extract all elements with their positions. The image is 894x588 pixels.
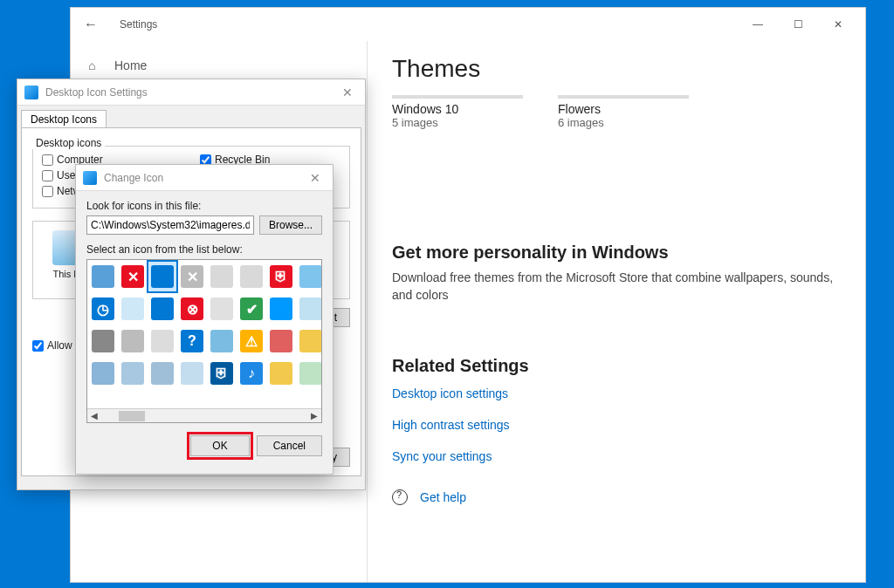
ci-footer: OK Cancel <box>86 435 322 456</box>
dis-title-icon <box>24 85 38 99</box>
ci-path-row: Browse... <box>86 215 322 235</box>
ci-title: Change Icon <box>104 172 305 184</box>
icon-grid-wrap: ✕✕⛨◷⊗✔?⚠⛨♪ ◀ ▶ <box>86 259 322 423</box>
dis-titlebar: Desktop Icon Settings ✕ <box>17 79 365 106</box>
icon-option[interactable]: ✕ <box>119 262 147 291</box>
icon-option[interactable] <box>148 294 176 324</box>
dis-title: Desktop Icon Settings <box>45 86 337 99</box>
browse-button[interactable]: Browse... <box>259 215 322 235</box>
icon-option[interactable] <box>148 359 176 388</box>
theme-name: Flowers <box>558 102 689 116</box>
ci-select-label: Select an icon from the list below: <box>86 243 322 256</box>
sidebar-item-home[interactable]: ⌂ Home <box>71 53 367 78</box>
icon-option[interactable] <box>297 359 322 388</box>
section-more-text: Download free themes from the Microsoft … <box>392 270 841 304</box>
icon-option[interactable]: ⛨ <box>208 359 236 388</box>
icon-option[interactable]: ◷ <box>89 294 117 324</box>
icon-option[interactable] <box>148 326 176 356</box>
settings-titlebar: ← Settings — ☐ ✕ <box>71 8 865 41</box>
home-icon: ⌂ <box>88 58 104 72</box>
close-button[interactable]: ✕ <box>818 11 858 38</box>
theme-sub: 5 images <box>392 116 523 129</box>
icon-option[interactable] <box>297 262 322 291</box>
window-controls: — ☐ ✕ <box>738 11 858 38</box>
icon-option[interactable] <box>178 359 206 388</box>
theme-item-windows10[interactable]: Windows 10 5 images <box>392 95 523 129</box>
link-high-contrast[interactable]: High contrast settings <box>392 418 841 432</box>
link-desktop-icon-settings[interactable]: Desktop icon settings <box>392 386 841 400</box>
dis-group-label: Desktop icons <box>32 137 105 149</box>
icon-option[interactable] <box>297 326 322 356</box>
help-link[interactable]: Get help <box>420 490 466 504</box>
scroll-left-icon[interactable]: ◀ <box>87 411 101 420</box>
page-title: Themes <box>392 55 841 83</box>
icon-option[interactable] <box>89 262 117 291</box>
theme-name: Windows 10 <box>392 102 523 116</box>
icon-grid: ✕✕⛨◷⊗✔?⚠⛨♪ <box>87 260 321 392</box>
icon-scrollbar[interactable]: ◀ ▶ <box>87 408 321 422</box>
checkbox-user[interactable] <box>42 170 53 181</box>
section-more-heading: Get more personality in Windows <box>392 243 841 263</box>
icon-option[interactable]: ⛨ <box>267 262 295 291</box>
icon-option[interactable]: ⊗ <box>178 294 206 324</box>
help-icon <box>392 489 408 505</box>
tab-desktop-icons[interactable]: Desktop Icons <box>21 110 107 128</box>
icon-option[interactable] <box>208 294 236 324</box>
checkbox-allow-themes[interactable] <box>32 340 44 352</box>
icon-option[interactable] <box>148 262 176 291</box>
ci-ok-button[interactable]: OK <box>190 435 249 456</box>
icon-option[interactable] <box>297 294 322 324</box>
icon-option[interactable] <box>119 294 147 324</box>
icon-option[interactable] <box>208 262 236 291</box>
theme-thumb <box>558 95 689 99</box>
scroll-track[interactable] <box>101 410 307 422</box>
icon-option[interactable] <box>267 294 295 324</box>
maximize-button[interactable]: ☐ <box>778 11 818 38</box>
dis-close-button[interactable]: ✕ <box>337 85 358 99</box>
ci-titlebar: Change Icon ✕ <box>76 165 333 191</box>
icon-option[interactable]: ✔ <box>237 294 265 324</box>
icon-path-input[interactable] <box>86 215 254 235</box>
icon-option[interactable] <box>89 359 117 388</box>
link-sync-settings[interactable]: Sync your settings <box>392 449 841 463</box>
theme-item-flowers[interactable]: Flowers 6 images <box>558 95 689 129</box>
scroll-thumb[interactable] <box>119 411 145 421</box>
ci-look-label: Look for icons in this file: <box>86 200 322 212</box>
ci-body: Look for icons in this file: Browse... S… <box>76 191 333 465</box>
theme-sub: 6 images <box>558 116 689 129</box>
icon-option[interactable] <box>89 326 117 356</box>
settings-main: Themes Windows 10 5 images Flowers 6 ima… <box>368 41 865 582</box>
icon-option[interactable] <box>119 326 147 356</box>
checkbox-network[interactable] <box>42 186 53 197</box>
minimize-button[interactable]: — <box>738 11 778 38</box>
scroll-right-icon[interactable]: ▶ <box>307 411 321 420</box>
icon-option[interactable] <box>267 326 295 356</box>
icon-option[interactable]: ⚠ <box>237 326 265 356</box>
icon-option[interactable] <box>208 326 236 356</box>
checkbox-computer[interactable] <box>42 154 53 166</box>
change-icon-dialog: Change Icon ✕ Look for icons in this fil… <box>75 164 334 475</box>
back-button[interactable]: ← <box>78 17 104 32</box>
icon-option[interactable]: ? <box>178 326 206 356</box>
theme-thumb <box>392 95 523 99</box>
theme-row: Windows 10 5 images Flowers 6 images <box>392 95 841 129</box>
help-row[interactable]: Get help <box>392 489 841 505</box>
icon-option[interactable] <box>267 359 295 388</box>
home-label: Home <box>114 58 147 72</box>
ci-title-icon <box>83 171 97 185</box>
icon-option[interactable] <box>119 359 147 388</box>
ci-cancel-button[interactable]: Cancel <box>257 435 322 456</box>
ci-close-button[interactable]: ✕ <box>305 171 326 185</box>
settings-title: Settings <box>120 18 157 31</box>
icon-option[interactable] <box>237 262 265 291</box>
icon-option[interactable]: ✕ <box>178 262 206 291</box>
related-heading: Related Settings <box>392 356 841 376</box>
icon-option[interactable]: ♪ <box>237 359 265 388</box>
